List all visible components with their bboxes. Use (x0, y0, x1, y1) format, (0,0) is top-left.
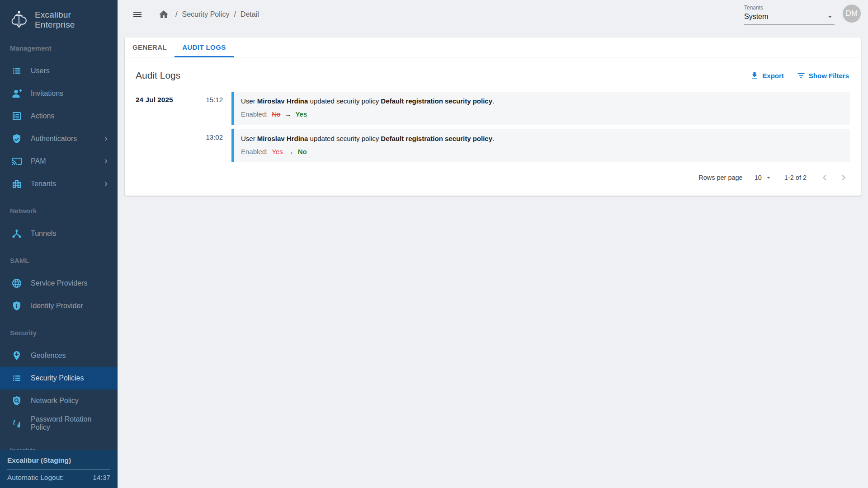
section-label-network: Network (0, 195, 118, 222)
avatar-initials: DM (846, 9, 858, 18)
main-area: / Security Policy / Detail Tenants Syste… (118, 0, 868, 488)
audit-log-row: 13:02 User Miroslav Hrdina updated secur… (136, 129, 850, 162)
list-icon (11, 373, 22, 384)
sidebar-item-label: Users (31, 67, 50, 75)
sidebar-item-security-policies[interactable]: Security Policies (0, 367, 118, 389)
sidebar-item-invitations[interactable]: Invitations (0, 82, 118, 105)
breadcrumb-separator: / (234, 10, 236, 19)
change-new-value: No (298, 148, 307, 155)
arrow-right-glyph: → (287, 148, 294, 155)
sidebar: Excalibur Enterprise Management Users In… (0, 0, 118, 488)
log-user: Miroslav Hrdina (257, 135, 308, 142)
sidebar-item-password-rotation-policy[interactable]: Password Rotation Policy (0, 412, 118, 435)
menu-toggle-button[interactable] (130, 7, 145, 22)
sidebar-item-label: Tenants (31, 180, 56, 188)
section-label-management: Management (0, 39, 118, 60)
shield-info-icon (11, 300, 22, 311)
screen-cast-icon (11, 156, 22, 167)
sidebar-item-label: PAM (31, 157, 46, 165)
article-icon (11, 111, 22, 122)
home-icon (158, 9, 169, 20)
change-old-value: Yes (272, 148, 283, 155)
breadcrumb-home-button[interactable] (156, 7, 171, 22)
log-policy: Default registration security policy (381, 135, 492, 142)
sidebar-item-label: Authenticators (31, 135, 77, 143)
next-page-button[interactable] (837, 171, 850, 184)
log-date (136, 129, 203, 162)
shield-check-icon (11, 133, 22, 144)
log-time: 13:02 (203, 129, 223, 162)
list-icon (11, 66, 22, 76)
log-entry: User Miroslav Hrdina updated security po… (231, 92, 850, 125)
sidebar-item-actions[interactable]: Actions (0, 105, 118, 127)
sidebar-item-label: Password Rotation Policy (31, 415, 110, 432)
sidebar-item-label: Geofences (31, 352, 66, 360)
sync-lock-icon (11, 418, 22, 429)
audit-log-row: 24 Jul 2025 15:12 User Miroslav Hrdina u… (136, 92, 850, 125)
detail-card: GENERAL AUDIT LOGS Audit Logs Export Sho… (125, 38, 861, 196)
tabbar: GENERAL AUDIT LOGS (125, 38, 861, 57)
log-change: Enabled:Yes→No (241, 147, 843, 156)
sidebar-item-identity-provider[interactable]: Identity Provider (0, 295, 118, 317)
chevron-right-icon (838, 172, 849, 183)
excalibur-cloud-sword-logo-icon (9, 10, 29, 30)
tenant-select[interactable]: Tenants System (744, 5, 835, 25)
section-label-security: Security (0, 317, 118, 344)
log-time: 15:12 (203, 92, 223, 125)
filter-list-icon (797, 71, 806, 80)
sidebar-item-tunnels[interactable]: Tunnels (0, 222, 118, 245)
rows-per-page-label: Rows per page (698, 174, 743, 181)
caret-down-icon (826, 12, 835, 21)
sidebar-item-users[interactable]: Users (0, 60, 118, 82)
change-old-value: No (272, 110, 280, 118)
sidebar-item-geofences[interactable]: Geofences (0, 344, 118, 367)
sidebar-item-label: Identity Provider (31, 302, 83, 310)
shield-policy-icon (11, 395, 22, 406)
brand: Excalibur Enterprise (0, 0, 118, 39)
log-policy: Default registration security policy (381, 97, 492, 105)
change-field-label: Enabled: (241, 148, 268, 155)
chevron-right-icon (102, 180, 110, 188)
hamburger-icon (132, 9, 143, 20)
building-icon (11, 178, 22, 189)
breadcrumb-security-policy[interactable]: Security Policy (182, 10, 229, 19)
pagination-range: 1-2 of 2 (784, 174, 807, 181)
sidebar-item-tenants[interactable]: Tenants (0, 173, 118, 195)
tab-general[interactable]: GENERAL (125, 38, 175, 57)
sidebar-item-network-policy[interactable]: Network Policy (0, 389, 118, 412)
sidebar-item-label: Security Policies (31, 374, 84, 382)
previous-page-button[interactable] (818, 171, 831, 184)
sidebar-item-label: Service Providers (31, 279, 87, 287)
tab-audit-logs[interactable]: AUDIT LOGS (175, 38, 234, 57)
sidebar-item-pam[interactable]: PAM (0, 150, 118, 173)
breadcrumb-separator: / (175, 10, 177, 19)
section-label-insights: Insights (0, 435, 118, 450)
chevron-left-icon (819, 172, 830, 183)
change-new-value: Yes (295, 110, 307, 118)
sidebar-footer: Excalibur (Staging) Automatic Logout: 14… (0, 450, 118, 488)
export-button[interactable]: Export (749, 69, 785, 82)
sidebar-item-label: Actions (31, 112, 54, 120)
show-filters-button[interactable]: Show Filters (796, 69, 850, 82)
change-field-label: Enabled: (241, 110, 268, 118)
section-label-saml: SAML (0, 245, 118, 272)
person-add-icon (11, 88, 22, 99)
environment-name: Excalibur (Staging) (7, 455, 110, 469)
network-hub-icon (11, 228, 22, 239)
sidebar-item-label: Tunnels (31, 230, 56, 238)
sidebar-nav: Management Users Invitations Actions Aut… (0, 39, 118, 450)
tenant-select-label: Tenants (744, 5, 835, 11)
log-entry: User Miroslav Hrdina updated security po… (231, 129, 850, 162)
user-avatar[interactable]: DM (843, 5, 861, 23)
sidebar-item-label: Invitations (31, 89, 63, 98)
arrow-right-glyph: → (284, 110, 291, 118)
log-message: User Miroslav Hrdina updated security po… (241, 97, 843, 106)
sidebar-item-service-providers[interactable]: Service Providers (0, 272, 118, 295)
sidebar-item-authenticators[interactable]: Authenticators (0, 127, 118, 150)
page-title: Audit Logs (136, 70, 180, 81)
chevron-right-icon (102, 157, 110, 165)
log-change: Enabled:No→Yes (241, 110, 843, 119)
caret-down-icon (764, 174, 773, 182)
rows-per-page-select[interactable]: 10 (755, 174, 773, 182)
topbar: / Security Policy / Detail Tenants Syste… (118, 0, 868, 29)
